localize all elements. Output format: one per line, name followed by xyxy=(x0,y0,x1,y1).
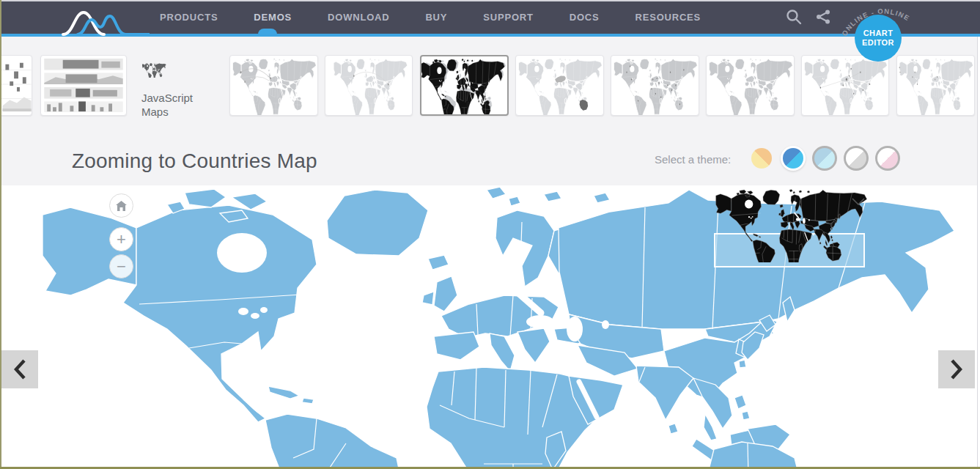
nav-menu: PRODUCTS DEMOS DOWNLOAD BUY SUPPORT DOCS… xyxy=(160,0,701,34)
search-icon[interactable] xyxy=(786,9,802,25)
chart-editor-button[interactable]: CHART EDITOR xyxy=(855,15,902,62)
demo-thumbnail-connections-map[interactable] xyxy=(801,55,889,116)
theme-swatch-gray[interactable] xyxy=(844,146,869,171)
nav-item-support[interactable]: SUPPORT xyxy=(483,12,533,23)
nav-item-demos[interactable]: DEMOS xyxy=(254,12,292,23)
category-javascript-maps[interactable]: JavaScript Maps xyxy=(141,63,215,119)
chevron-right-icon xyxy=(951,359,962,380)
window-border xyxy=(977,37,980,467)
amcharts-demo-page: PRODUCTS DEMOS DOWNLOAD BUY SUPPORT DOCS… xyxy=(0,0,980,469)
demo-thumbnail-zooming-to-countries[interactable] xyxy=(420,55,509,116)
demo-thumbnail-pacific-map[interactable] xyxy=(325,55,413,116)
home-icon xyxy=(116,201,127,211)
window-border xyxy=(0,0,1,469)
window-border xyxy=(0,0,980,1)
demo-thumbnail-flight-routes[interactable] xyxy=(229,55,318,116)
map-zoom-out-button[interactable]: − xyxy=(109,254,133,278)
theme-swatch-blue-selected[interactable] xyxy=(781,146,806,171)
page-title: Zooming to Countries Map xyxy=(72,149,317,173)
nav-icons xyxy=(786,0,831,34)
nav-item-download[interactable]: DOWNLOAD xyxy=(328,12,389,23)
carousel-next-button[interactable] xyxy=(938,350,975,388)
theme-swatch-orange[interactable] xyxy=(749,146,774,171)
chevron-left-icon xyxy=(14,359,26,380)
chart-editor-label-line1: CHART xyxy=(855,29,902,38)
nav-item-resources[interactable]: RESOURCES xyxy=(635,12,701,23)
chart-editor-label-line2: EDITOR xyxy=(855,38,902,48)
demo-thumbnail-plain-map[interactable] xyxy=(706,55,795,116)
map-home-button[interactable] xyxy=(109,193,133,218)
demo-thumbnail-markers-map[interactable] xyxy=(611,55,699,116)
amcharts-logo[interactable] xyxy=(62,7,150,37)
category-label: JavaScript Maps xyxy=(141,91,200,119)
map-zoom-in-button[interactable]: + xyxy=(109,227,133,251)
theme-selector-label: Select a theme: xyxy=(655,153,731,166)
nav-item-docs[interactable]: DOCS xyxy=(570,12,600,23)
demo-thumbnail-charts-collage[interactable] xyxy=(40,55,127,116)
share-icon[interactable] xyxy=(815,9,831,25)
demo-thumbnail-stock-chart[interactable] xyxy=(0,55,32,116)
mini-world-icon xyxy=(141,63,166,78)
demo-thumbnail-sparse-markers[interactable] xyxy=(896,55,975,116)
nav-item-products[interactable]: PRODUCTS xyxy=(160,12,218,23)
minimap[interactable] xyxy=(712,189,868,270)
nav-item-buy[interactable]: BUY xyxy=(425,12,447,23)
theme-swatch-light-blue[interactable] xyxy=(812,146,837,171)
theme-swatch-pink[interactable] xyxy=(875,146,900,171)
minimap-collapse-chevron-icon[interactable] xyxy=(852,198,865,205)
demo-thumbnail-australia-highlight[interactable] xyxy=(515,55,604,116)
carousel-prev-button[interactable] xyxy=(1,350,38,388)
theme-selector xyxy=(749,146,900,171)
